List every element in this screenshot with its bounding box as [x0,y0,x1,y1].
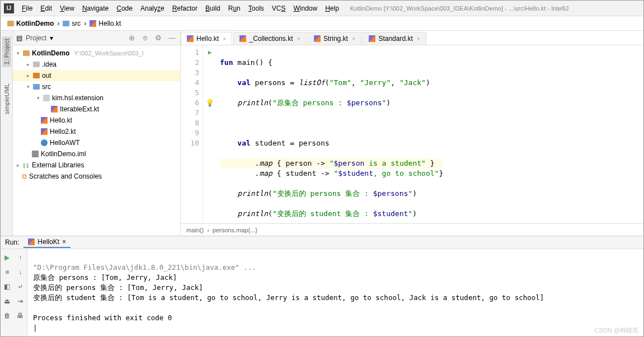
kotlin-file-icon [239,35,246,42]
menu-tools[interactable]: Tools [245,3,267,14]
select-opened-file-icon[interactable]: ⊕ [126,33,137,43]
menu-refactor[interactable]: Refactor [169,3,201,14]
class-icon [41,139,48,146]
left-tool-gutter: 1: Project simpleUML [1,31,13,236]
intention-bulb-icon[interactable]: 💡 [203,98,217,108]
chevron-right-icon: › [207,227,209,233]
editor-tabs: Hello.kt× _Collections.kt× String.kt× St… [181,31,643,45]
library-icon: ⫿⫿ [23,162,30,168]
crumb-project[interactable]: KotlinDemo [5,18,56,29]
tab-collections[interactable]: _Collections.kt× [233,32,306,45]
menu-edit[interactable]: Edit [37,3,55,14]
close-icon[interactable]: × [223,35,226,42]
chevron-right-icon: › [57,20,59,27]
trash-button[interactable]: 🗑 [2,311,12,321]
folder-icon [33,73,40,78]
module-icon [23,50,30,56]
folder-icon [33,62,40,67]
menu-help[interactable]: Help [322,3,342,14]
toolwindow-simpleuml[interactable]: simpleUML [3,83,10,114]
menu-vcs[interactable]: VCS [269,3,289,14]
up-button[interactable]: ↑ [15,252,25,263]
kotlin-file-icon [41,117,48,124]
crumb-main[interactable]: main() [186,227,204,233]
toolwindow-project[interactable]: 1: Project [2,36,11,67]
console-output[interactable]: "D:\Program Files\Java\jdk1.8.0_221\bin\… [27,249,643,336]
run-gutter-icon[interactable]: ▶ [203,48,217,58]
tab-string[interactable]: String.kt× [308,32,361,45]
code-editor[interactable]: 12345678910 ▶ 💡 fun main() { val persons… [181,45,643,223]
nav-breadcrumb: KotlinDemo › src › Hello.kt [1,16,643,31]
run-label: Run: [5,238,19,246]
stop-button[interactable]: ■ [2,267,12,277]
collapse-all-icon[interactable]: ≑ [140,33,150,43]
tree-hello2[interactable]: Hello2.kt [13,126,180,137]
editor-gutter: ▶ 💡 [203,45,217,223]
exit-button[interactable]: ⏏ [2,296,12,306]
run-header: Run: HelloKt× [1,236,643,249]
tree-src[interactable]: ▾src [13,81,180,92]
tree-idea[interactable]: ▸.idea [13,59,180,70]
close-icon[interactable]: × [297,35,300,42]
kotlin-file-icon [369,35,375,42]
editor-pane: Hello.kt× _Collections.kt× String.kt× St… [181,31,643,236]
close-icon[interactable]: × [352,35,355,42]
down-button[interactable]: ↓ [15,267,25,277]
scroll-end-button[interactable]: ⇥ [15,296,25,306]
crumb-map[interactable]: persons.map{...} [213,227,257,233]
editor-breadcrumb: main() › persons.map{...} [181,223,643,236]
window-title: KotlinDemo [Y:\002_WorkSpace\003_IDEA\Ko… [350,5,568,12]
line-numbers: 12345678910 [181,45,203,223]
menu-build[interactable]: Build [202,3,224,14]
tree-external-libs[interactable]: ▸⫿⫿External Libraries [13,160,180,171]
hide-icon[interactable]: — [167,33,177,43]
run-toolbar: ▶ ■ ◧ ⏏ 🗑 ↑ ↓ ⤶ ⇥ 🖶 [1,249,27,336]
project-tree: ▾KotlinDemoY:\002_WorkSpace\003_I ▸.idea… [13,45,180,236]
folder-icon [63,21,69,26]
kotlin-file-icon [314,35,321,42]
tree-root[interactable]: ▾KotlinDemoY:\002_WorkSpace\003_I [13,48,180,59]
menu-navigate[interactable]: Navigate [79,3,112,14]
tree-helloawt[interactable]: HelloAWT [13,137,180,148]
tree-scratches[interactable]: ⧉Scratches and Consoles [13,171,180,182]
tree-hello[interactable]: Hello.kt [13,115,180,126]
source-folder-icon [33,84,40,90]
tree-iml[interactable]: KotlinDemo.iml [13,148,180,160]
run-tab[interactable]: HelloKt× [23,237,70,248]
rerun-button[interactable]: ▶ [2,252,12,263]
folder-icon [7,21,14,26]
tree-package[interactable]: ▾kim.hsl.extension [13,92,180,104]
sidebar-title[interactable]: Project [26,34,46,42]
menu-run[interactable]: Run [225,3,244,14]
code-text[interactable]: fun main() { val persons = listOf("Tom",… [217,45,443,223]
menu-code[interactable]: Code [113,3,136,14]
project-view-icon: ▤ [16,34,22,42]
dropdown-icon[interactable]: ▾ [50,34,53,42]
dump-button[interactable]: ◧ [2,282,12,292]
settings-gear-icon[interactable]: ⚙ [153,33,163,43]
tab-hello[interactable]: Hello.kt× [181,32,232,45]
watermark: CSDN @韩曙亮 [595,326,638,335]
app-logo-icon: IJ [4,3,14,13]
print-button[interactable]: 🖶 [15,311,25,321]
kotlin-file-icon [28,238,35,245]
kotlin-file-icon [51,106,58,113]
tree-iterable[interactable]: IterableExt.kt [13,104,180,115]
close-icon[interactable]: × [417,35,420,42]
run-panel: Run: HelloKt× ▶ ■ ◧ ⏏ 🗑 ↑ ↓ ⤶ ⇥ 🖶 "D:\Pr… [1,236,643,336]
menu-view[interactable]: View [57,3,78,14]
menu-window[interactable]: Window [290,3,321,14]
kotlin-file-icon [90,20,96,27]
menu-file[interactable]: File [18,3,36,14]
crumb-file[interactable]: Hello.kt [87,18,123,29]
tab-standard[interactable]: Standard.kt× [363,32,426,45]
kotlin-file-icon [187,35,194,42]
menu-bar: IJ File Edit View Navigate Code Analyze … [1,1,643,16]
tree-out[interactable]: ▸out [13,70,180,81]
project-sidebar: ▤ Project ▾ ⊕ ≑ ⚙ — ▾KotlinDemoY:\002_Wo… [13,31,181,236]
menu-analyze[interactable]: Analyze [137,3,168,14]
crumb-src[interactable]: src [60,18,83,29]
iml-file-icon [32,151,39,157]
soft-wrap-button[interactable]: ⤶ [15,282,25,292]
close-icon[interactable]: × [62,238,66,246]
